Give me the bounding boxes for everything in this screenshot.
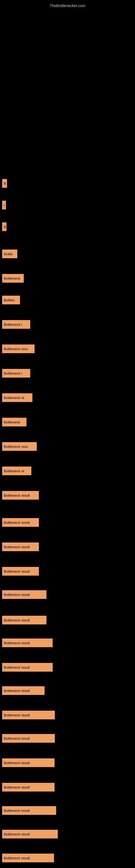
bottleneck-result-item: B <box>2 222 6 231</box>
bottleneck-result-item: Bottleneck result <box>2 663 53 672</box>
bottleneck-result-item: Bottleneck result <box>2 616 46 624</box>
bottleneck-result-item: Bottleneck result <box>2 686 45 695</box>
site-title: TheBottlenecker.com <box>0 1 135 10</box>
bottleneck-result-item: Bottleneck result <box>2 639 53 647</box>
bottleneck-result-item: Bottleneck result <box>2 734 55 743</box>
bottleneck-result-item: Bottleneck result <box>2 783 54 792</box>
bottleneck-result-item: Bottleneck re <box>2 467 31 475</box>
bottleneck-result-item: Bottleneck <box>2 274 24 283</box>
bottleneck-result-item: Bottlen <box>2 296 20 304</box>
bottleneck-result-item: Bottleneck result <box>2 830 58 838</box>
bottleneck-result-item: Bottleneck result <box>2 758 54 767</box>
bottleneck-result-item: Bottleneck result <box>2 542 39 551</box>
bottleneck-result-item: Bottleneck result <box>2 590 46 599</box>
bottleneck-result-item: Bottleneck result <box>2 567 39 576</box>
bottleneck-result-item: Bottleneck result <box>2 806 56 815</box>
bottleneck-result-item: Bottleneck re <box>2 393 32 402</box>
bottleneck-result-item: Bottleneck result <box>2 854 54 862</box>
bottleneck-result-item: Bottleneck resu <box>2 344 35 353</box>
bottleneck-result-item: Bottle <box>2 250 17 258</box>
bottleneck-result-item: Bottleneck r <box>2 369 30 378</box>
bottleneck-result-item: Bottleneck result <box>2 518 39 527</box>
bottleneck-result-item: B <box>2 179 7 188</box>
bottleneck-result-item: Bottleneck result <box>2 711 55 719</box>
bottleneck-result-item: Bottleneck <box>2 418 27 426</box>
bottleneck-result-item: | <box>2 201 6 209</box>
bottleneck-result-item: Bottleneck r <box>2 320 30 329</box>
bottleneck-result-item: Bottleneck result <box>2 491 39 500</box>
bottleneck-result-item: Bottleneck resu <box>2 442 37 451</box>
